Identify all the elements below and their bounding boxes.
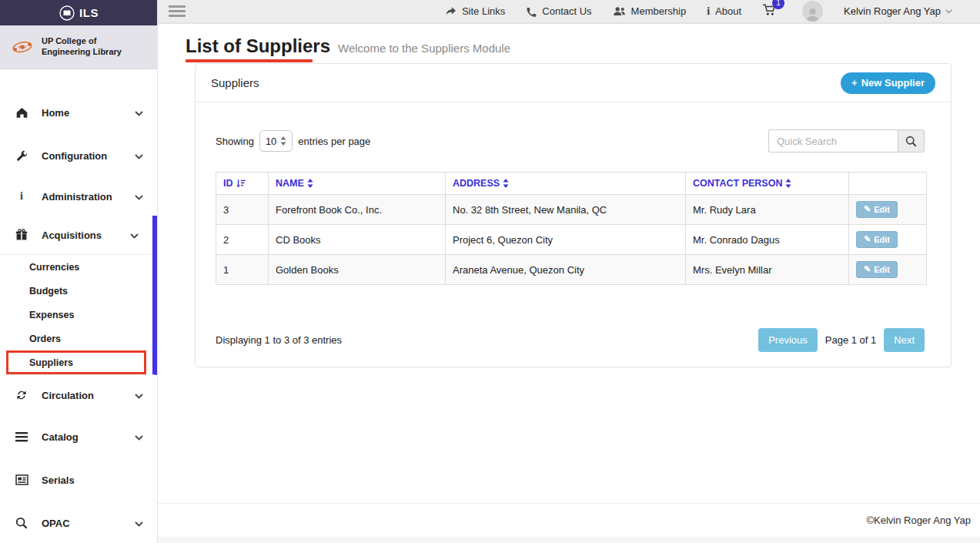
- footer: ©Kelvin Roger Ang Yap: [158, 503, 980, 537]
- entries-suffix-label: entries per page: [298, 136, 370, 147]
- chevron-down-icon: [135, 518, 143, 529]
- page-heading: List of Suppliers Welcome to the Supplie…: [186, 35, 510, 57]
- new-supplier-button[interactable]: + New Supplier: [841, 72, 935, 94]
- column-header-id[interactable]: ID: [216, 173, 269, 195]
- submenu-item-budgets[interactable]: Budgets: [0, 279, 152, 303]
- cell-address: Project 6, Quezon City: [446, 225, 686, 255]
- sidebar-item-administration[interactable]: i Administration: [0, 177, 157, 216]
- search-icon: [905, 136, 917, 147]
- sidebar-menu: Home Configuration i Administration: [0, 91, 157, 543]
- user-menu[interactable]: Kelvin Roger Ang Yap: [844, 5, 952, 17]
- previous-button[interactable]: Previous: [758, 328, 818, 352]
- home-icon: [14, 106, 29, 119]
- cell-id: 1: [216, 255, 269, 285]
- submenu-item-expenses[interactable]: Expenses: [0, 303, 152, 327]
- select-arrows-icon: [280, 136, 286, 146]
- phone-icon: [526, 6, 537, 17]
- panel-header: Suppliers + New Supplier: [196, 64, 951, 102]
- app-header: ILS: [0, 0, 157, 25]
- pagination: Displaying 1 to 3 of 3 entries Previous …: [216, 328, 925, 352]
- page-subtitle: Welcome to the Suppliers Module: [338, 42, 510, 55]
- chevron-down-icon: [135, 431, 143, 443]
- topbar: Site Links Contact Us Membership i About: [158, 0, 980, 24]
- refresh-icon: [14, 389, 29, 401]
- about-menu[interactable]: i About: [707, 5, 741, 18]
- users-icon: [613, 6, 626, 16]
- quick-search-input[interactable]: [768, 129, 898, 153]
- sort-updown-icon: [785, 179, 791, 188]
- search-icon: [14, 517, 29, 529]
- cell-address: No. 32 8th Street, New Manila, QC: [446, 195, 686, 225]
- bottom-strip: [158, 537, 980, 543]
- showing-label: Showing: [216, 136, 254, 147]
- column-header-name[interactable]: NAME: [269, 173, 446, 195]
- submenu-item-suppliers[interactable]: Suppliers: [6, 350, 146, 374]
- cell-name: CD Books: [269, 225, 446, 255]
- page-title: List of Suppliers: [186, 35, 330, 57]
- cart-badge: 1: [772, 0, 784, 9]
- next-button[interactable]: Next: [884, 328, 925, 352]
- info-icon: i: [707, 5, 710, 18]
- edit-button[interactable]: ✎Edit: [856, 201, 898, 218]
- app-name: ILS: [79, 6, 99, 19]
- cell-name: Golden Books: [269, 255, 446, 285]
- page-info: Page 1 of 1: [825, 334, 877, 346]
- sidebar-item-catalog[interactable]: Catalog: [0, 415, 157, 458]
- chevron-down-icon: [135, 191, 143, 203]
- sidebar-item-acquisitions[interactable]: Acquisitions: [0, 216, 152, 254]
- list-icon: [14, 432, 29, 442]
- cell-id: 3: [216, 195, 269, 225]
- chevron-down-icon: [130, 230, 139, 241]
- plus-icon: +: [851, 77, 858, 89]
- table-header-row: ID NAME: [216, 173, 927, 195]
- edit-button[interactable]: ✎Edit: [856, 231, 898, 248]
- sidebar-item-configuration[interactable]: Configuration: [0, 134, 157, 177]
- submenu-item-orders[interactable]: Orders: [0, 327, 152, 350]
- gift-icon: [14, 229, 29, 241]
- annotation-red-underline: [186, 59, 313, 62]
- info-icon: i: [14, 190, 29, 203]
- suppliers-panel: Suppliers + New Supplier Showing 10 entr…: [195, 63, 952, 367]
- sort-updown-icon: [307, 179, 313, 188]
- acquisitions-submenu: Currencies Budgets Expenses Orders Suppl…: [0, 254, 152, 374]
- pencil-icon: ✎: [864, 264, 871, 274]
- membership-menu[interactable]: Membership: [613, 5, 687, 17]
- sort-updown-icon: [503, 179, 509, 188]
- sidebar-item-serials[interactable]: Serials: [0, 458, 157, 501]
- panel-title: Suppliers: [211, 76, 259, 89]
- entries-per-page-select[interactable]: 10: [259, 130, 293, 152]
- up-library-logo-icon: [11, 38, 34, 56]
- avatar[interactable]: [802, 1, 823, 22]
- pencil-icon: ✎: [864, 234, 871, 244]
- cell-contact: Mrs. Evelyn Millar: [686, 255, 849, 285]
- column-header-address[interactable]: ADDRESS: [446, 173, 686, 195]
- chevron-down-icon: [135, 107, 143, 119]
- newspaper-icon: [14, 474, 29, 485]
- cell-id: 2: [216, 225, 269, 255]
- book-logo-icon: [59, 5, 75, 22]
- sidebar-item-opac[interactable]: OPAC: [0, 501, 157, 543]
- sidebar-item-circulation[interactable]: Circulation: [0, 375, 157, 415]
- hamburger-menu-icon[interactable]: [169, 3, 186, 19]
- cell-address: Araneta Avenue, Quezon City: [446, 255, 686, 285]
- contact-us-menu[interactable]: Contact Us: [526, 5, 591, 17]
- entries-summary: Displaying 1 to 3 of 3 entries: [216, 334, 342, 346]
- submenu-item-currencies[interactable]: Currencies: [0, 255, 152, 279]
- cart-button[interactable]: 1: [762, 4, 777, 19]
- table-row: 2 CD Books Project 6, Quezon City Mr. Co…: [216, 225, 927, 255]
- sidebar-item-home[interactable]: Home: [0, 91, 157, 134]
- library-brand: UP College of Engineering Library: [0, 25, 157, 69]
- edit-button[interactable]: ✎Edit: [856, 261, 898, 278]
- suppliers-table: ID NAME: [216, 172, 927, 285]
- chevron-down-icon: [945, 9, 952, 14]
- chevron-down-icon: [135, 390, 143, 401]
- table-controls: Showing 10 entries per page: [216, 129, 925, 153]
- sidebar: ILS UP College of Engineering Library Ho…: [0, 0, 158, 543]
- copyright-text: ©Kelvin Roger Ang Yap: [866, 515, 971, 526]
- site-links-menu[interactable]: Site Links: [445, 5, 505, 17]
- column-header-contact-person[interactable]: CONTACT PERSON: [686, 173, 849, 195]
- search-button[interactable]: [898, 129, 925, 153]
- library-name: UP College of Engineering Library: [42, 36, 122, 58]
- acquisitions-section: Acquisitions Currencies Budgets Expenses…: [0, 216, 157, 375]
- table-row: 3 Forefront Book Co., Inc. No. 32 8th St…: [216, 195, 927, 225]
